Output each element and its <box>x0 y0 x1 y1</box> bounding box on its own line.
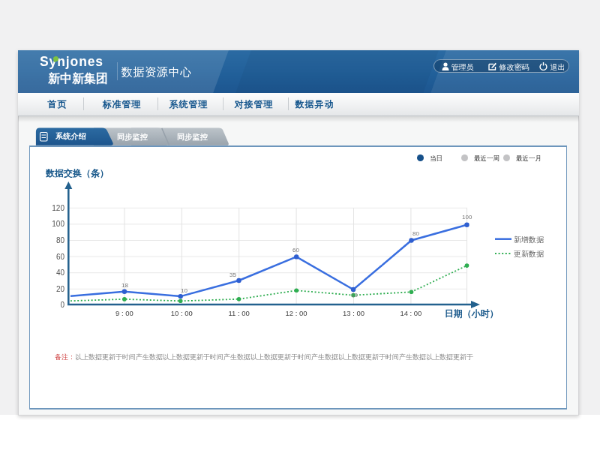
svg-text:10: 10 <box>181 288 188 294</box>
svg-text:14 : 00: 14 : 00 <box>400 310 422 318</box>
svg-text:120: 120 <box>52 204 65 213</box>
svg-text:35: 35 <box>230 272 237 278</box>
svg-text:更新数据: 更新数据 <box>514 250 545 259</box>
svg-text:11 : 00: 11 : 00 <box>228 310 249 318</box>
svg-text:10: 10 <box>351 292 358 298</box>
svg-text:10 : 00: 10 : 00 <box>171 310 193 318</box>
svg-text:新增数据: 新增数据 <box>514 235 545 244</box>
svg-text:20: 20 <box>56 285 64 294</box>
svg-text:60: 60 <box>293 247 300 253</box>
svg-text:100: 100 <box>462 214 473 220</box>
svg-text:60: 60 <box>56 252 64 261</box>
svg-text:日期（小时）: 日期（小时） <box>445 309 499 319</box>
svg-text:40: 40 <box>56 268 64 277</box>
svg-text:80: 80 <box>56 236 64 245</box>
svg-text:18: 18 <box>122 282 129 288</box>
svg-text:12 : 00: 12 : 00 <box>285 310 307 318</box>
svg-text:9 : 00: 9 : 00 <box>116 310 134 318</box>
svg-text:数据交换（条）: 数据交换（条） <box>45 168 109 178</box>
svg-text:13 : 00: 13 : 00 <box>343 310 365 318</box>
svg-text:0: 0 <box>60 300 64 309</box>
svg-text:80: 80 <box>413 231 420 237</box>
svg-text:100: 100 <box>52 220 65 229</box>
